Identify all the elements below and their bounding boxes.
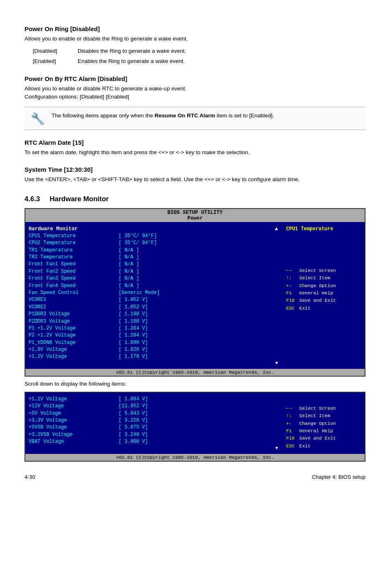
- bios-key-row: +-Change Option: [286, 282, 361, 290]
- bios-key-row: F1General Help: [286, 427, 361, 435]
- bios-row: Front Fan2 Speed[ N/A ]: [29, 268, 280, 275]
- bios-key-desc: General Help: [299, 290, 333, 297]
- bios-value: [ 1.204 V]: [119, 325, 148, 332]
- bios-label: Fan Speed Control: [29, 290, 119, 296]
- bios-key-desc: Select Item: [299, 274, 330, 282]
- bios-key-desc: Select Screen: [299, 267, 336, 274]
- bios-rows: CPU1 Temperature[ 35°C/ 94°F]CPU2 Temper…: [29, 233, 280, 361]
- option-key-disabled: [Disabled]: [33, 46, 69, 56]
- bios-label: CPU2 Temperature: [29, 240, 119, 247]
- bios-key: F10: [286, 435, 298, 442]
- chapter-section-title: 4.6.3 Hardware Monitor: [25, 195, 365, 203]
- bios-label: +5V Voltage: [29, 410, 119, 417]
- list-item: [Enabled] Enables the Ring to generate a…: [33, 56, 365, 66]
- bios-value: [ N/A ]: [119, 283, 139, 290]
- note-icon: 🔧: [29, 112, 46, 126]
- bios-key-row: ESCExit: [286, 305, 361, 312]
- bios-value: [ 1.052 V]: [119, 296, 148, 303]
- bios-key-desc: Change Option: [299, 282, 336, 290]
- power-on-rtc-title: Power On By RTC Alarm [Disabled]: [25, 75, 365, 82]
- power-on-rtc-desc: Allows you to enable or disable RTC to g…: [25, 85, 365, 101]
- bios-row: +5V Voltage[ 5.043 V]: [29, 410, 280, 417]
- bios-value: [ 5.043 V]: [119, 410, 148, 417]
- rtc-alarm-desc: To set the alarm date, highlight this it…: [25, 148, 365, 157]
- bios-row: +3.3V Voltage[ 3.228 V]: [29, 417, 280, 424]
- hardware-monitor-chapter: 4.6.3 Hardware Monitor: [25, 195, 365, 203]
- bios-label: P1 +1.2V Voltage: [29, 325, 119, 332]
- bios-value: [ 1.204 V]: [119, 332, 148, 339]
- bios-row: VCORE1[ 1.052 V]: [29, 296, 280, 303]
- bios-label: +3.3V Voltage: [29, 417, 119, 424]
- bios-row: Front Fan4 Speed[ N/A ]: [29, 283, 280, 290]
- bios-value: [ N/A ]: [119, 268, 139, 275]
- option-desc-enabled: Enables the Ring to generate a wake even…: [78, 56, 185, 66]
- bios-label: P2 +1.2V Voltage: [29, 332, 119, 339]
- chapter-num: 4.6.3: [25, 195, 40, 203]
- bios-key: ↑↓: [286, 274, 298, 282]
- bios-row: P1_VDDNB Voltage[ 1.090 V]: [29, 339, 280, 346]
- bios-label: +5VSB Voltage: [29, 424, 119, 431]
- bios-key: ↑↓: [286, 412, 298, 420]
- system-time-desc: Use the <ENTER>, <TAB> or <SHIFT-TAB> ke…: [25, 175, 365, 184]
- bios-label: +3.3VSB Voltage: [29, 431, 119, 438]
- bios-label: +1.2V Voltage: [29, 353, 119, 360]
- bios-body-2: +1.1V Voltage[ 1.084 V]+12V Voltage[11.9…: [25, 393, 365, 454]
- bios-value: [ 1.052 V]: [119, 304, 148, 311]
- bios-row: +12V Voltage[11.952 V]: [29, 403, 280, 410]
- bios-value: [ 3.240 V]: [119, 431, 148, 438]
- bios-key: ESC: [286, 305, 298, 312]
- bios-row: VBAT Voltage[ 3.000 V]: [29, 438, 280, 445]
- bios-value: [ 1.180 V]: [119, 311, 148, 318]
- bios-row: CPU1 Temperature[ 35°C/ 94°F]: [29, 233, 280, 240]
- bios-row: +1.2V Voltage[ 1.170 V]: [29, 353, 280, 360]
- bios-key-row: F1General Help: [286, 290, 361, 297]
- bios-key: F10: [286, 297, 298, 304]
- bios-label: CPU1 Temperature: [29, 233, 119, 240]
- bios-section-label: Hardware Monitor: [29, 226, 78, 232]
- system-time-section: System Time [12:30:30] Use the <ENTER>, …: [25, 166, 365, 184]
- bios-key: F1: [286, 427, 298, 435]
- bios-key-row: F10Save and Exit: [286, 297, 361, 304]
- bios-label: P1_VDDNB Voltage: [29, 339, 119, 346]
- bios-row: P1DDR3 Voltage[ 1.180 V]: [29, 311, 280, 318]
- bios-row: TR1 Temperature[ N/A ]: [29, 247, 280, 254]
- bios-key-row: ↑↓Select Item: [286, 274, 361, 282]
- bios-key: F1: [286, 290, 298, 297]
- bios-footer-2: v02.61 (C)Copyright 1985-2010, American …: [25, 454, 365, 461]
- bios-left-panel-2: +1.1V Voltage[ 1.084 V]+12V Voltage[11.9…: [25, 394, 283, 452]
- bios-header-1: BIOS SETUP UTILITY Power: [25, 209, 365, 222]
- bios-left-panel: Hardware Monitor ▲ CPU1 Temperature[ 35°…: [25, 224, 283, 367]
- bios-key-row: ←→Select Screen: [286, 267, 361, 274]
- bios-body-1: Hardware Monitor ▲ CPU1 Temperature[ 35°…: [25, 222, 365, 369]
- bios-key-desc: Change Option: [299, 420, 336, 427]
- bios-row: CPU2 Temperature[ 35°C/ 94°F]: [29, 240, 280, 247]
- bios-row: Front Fan1 Speed[ N/A ]: [29, 261, 280, 268]
- note-text: The following items appear only when the…: [52, 111, 274, 120]
- bios-value: [ 1.084 V]: [119, 396, 148, 403]
- bios-value: [ N/A ]: [119, 247, 139, 254]
- note-box: 🔧 The following items appear only when t…: [25, 107, 365, 130]
- bios-value: [ 1.170 V]: [119, 353, 148, 360]
- bios-right-panel: CPU1 Temperature ←→Select Screen↑↓Select…: [283, 224, 365, 367]
- power-on-ring-title: Power On Ring [Disabled]: [25, 25, 365, 32]
- bios-key-desc: Select Screen: [299, 405, 336, 412]
- rtc-alarm-title: RTC Alarm Date [15]: [25, 139, 365, 146]
- bios-row: VCORE2[ 1.052 V]: [29, 304, 280, 311]
- bios-value: [11.952 V]: [119, 403, 148, 410]
- bios-header-line2: Power: [25, 215, 365, 221]
- bios-key-row: ↑↓Select Item: [286, 412, 361, 420]
- chapter-label: Hardware Monitor: [49, 195, 109, 203]
- list-item: [Disabled] Disables the Ring to generate…: [33, 46, 365, 56]
- bios-value: [ 3.228 V]: [119, 417, 148, 424]
- bios-key: +-: [286, 420, 298, 427]
- bios-label: Front Fan1 Speed: [29, 261, 119, 268]
- bios-label: Front Fan3 Speed: [29, 275, 119, 282]
- system-time-title: System Time [12:30:30]: [25, 166, 365, 173]
- bios-value: [ 35°C/ 94°F]: [119, 240, 157, 247]
- bios-label: VCORE2: [29, 304, 119, 311]
- bios-row: P1 +1.2V Voltage[ 1.204 V]: [29, 325, 280, 332]
- bios-label: P2DDR3 Voltage: [29, 318, 119, 325]
- bios-key-desc: Exit: [299, 305, 311, 312]
- bios-value: [Generic Mode]: [119, 290, 160, 296]
- bios-label: Front Fan2 Speed: [29, 268, 119, 275]
